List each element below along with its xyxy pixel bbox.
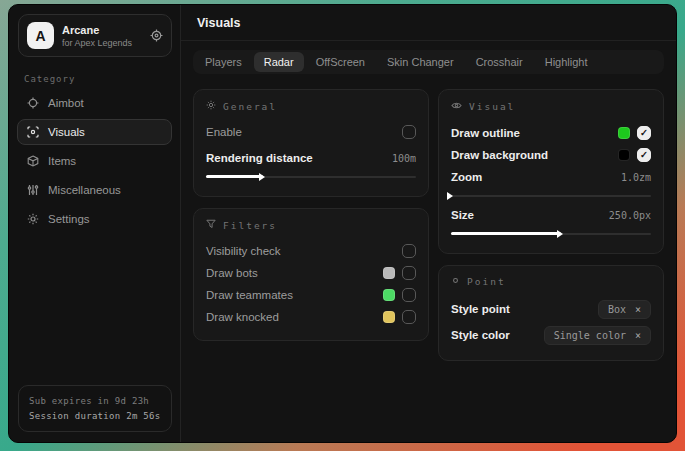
subscription-info: Sub expires in 9d 23h Session duration 2… xyxy=(18,385,172,432)
eye-icon xyxy=(451,100,462,113)
tab-offscreen[interactable]: OffScreen xyxy=(306,52,375,72)
filters-card: Filters Visibility check Draw bots xyxy=(193,208,429,341)
sidebar-item-aimbot[interactable]: Aimbot xyxy=(17,90,172,116)
point-card-title: Point xyxy=(467,276,506,287)
dot-icon xyxy=(451,276,460,287)
general-card-header: General xyxy=(206,100,416,112)
sub-expires-text: Sub expires in 9d 23h xyxy=(29,394,161,408)
draw-bots-checkbox[interactable] xyxy=(402,266,416,280)
visual-card: Visual Draw outline ✓ Draw background xyxy=(438,89,664,254)
tab-radar[interactable]: Radar xyxy=(254,52,304,72)
sidebar-item-miscellaneous[interactable]: Miscellaneous xyxy=(17,177,172,203)
slider-track xyxy=(451,195,651,197)
point-card: Point Style point Box × Style color Sing… xyxy=(438,265,664,361)
zoom-row: Zoom 1.0zm xyxy=(451,166,651,188)
close-icon[interactable]: × xyxy=(635,304,641,315)
draw-background-color-swatch[interactable] xyxy=(618,149,630,161)
slider-fill xyxy=(451,232,561,235)
tab-highlight[interactable]: Highlight xyxy=(535,52,598,72)
app-window: A Arcane for Apex Legends Category xyxy=(8,4,677,443)
funnel-icon xyxy=(206,219,216,231)
draw-outline-checkbox[interactable]: ✓ xyxy=(637,126,651,140)
crosshair-icon xyxy=(27,97,39,109)
gear-icon xyxy=(27,213,39,225)
draw-teammates-row: Draw teammates xyxy=(206,284,416,306)
tab-bar: Players Radar OffScreen Skin Changer Cro… xyxy=(193,50,664,74)
sidebar-item-items[interactable]: Items xyxy=(17,148,172,174)
tab-crosshair[interactable]: Crosshair xyxy=(466,52,533,72)
main-panel: Visuals Players Radar OffScreen Skin Cha… xyxy=(181,5,676,442)
app-name: Arcane xyxy=(62,24,142,36)
visual-card-title: Visual xyxy=(469,101,515,112)
right-column: Visual Draw outline ✓ Draw background xyxy=(438,89,664,361)
check-icon: ✓ xyxy=(640,128,648,138)
draw-teammates-checkbox[interactable] xyxy=(402,288,416,302)
rendering-distance-label: Rendering distance xyxy=(206,152,313,164)
sidebar-item-label: Aimbot xyxy=(48,97,84,109)
draw-background-label: Draw background xyxy=(451,149,548,161)
rendering-distance-value: 100m xyxy=(392,153,416,164)
visibility-check-label: Visibility check xyxy=(206,245,281,257)
draw-knocked-row: Draw knocked xyxy=(206,306,416,328)
enable-checkbox[interactable] xyxy=(402,125,416,139)
sidebar: A Arcane for Apex Legends Category xyxy=(9,5,181,442)
draw-bots-color-swatch[interactable] xyxy=(383,267,395,279)
slider-thumb[interactable] xyxy=(447,192,453,200)
rendering-distance-row: Rendering distance 100m xyxy=(206,147,416,169)
draw-teammates-label: Draw teammates xyxy=(206,289,293,301)
draw-teammates-color-swatch[interactable] xyxy=(383,289,395,301)
app-logo: A xyxy=(27,22,54,49)
rendering-distance-slider[interactable] xyxy=(206,172,416,182)
general-card-title: General xyxy=(223,101,277,112)
draw-background-checkbox[interactable]: ✓ xyxy=(637,148,651,162)
sidebar-category-label: Category xyxy=(24,74,180,84)
size-label: Size xyxy=(451,209,474,221)
box-icon xyxy=(27,155,39,167)
style-color-select[interactable]: Single color × xyxy=(544,326,651,345)
style-point-row: Style point Box × xyxy=(451,296,651,322)
style-color-value: Single color xyxy=(554,330,626,341)
visibility-check-checkbox[interactable] xyxy=(402,244,416,258)
filters-card-header: Filters xyxy=(206,219,416,231)
sliders-icon xyxy=(27,184,39,196)
check-icon: ✓ xyxy=(640,150,648,160)
gear-sun-icon xyxy=(206,100,216,112)
draw-bots-label: Draw bots xyxy=(206,267,258,279)
visual-card-header: Visual xyxy=(451,100,651,113)
draw-outline-label: Draw outline xyxy=(451,127,520,139)
draw-outline-color-swatch[interactable] xyxy=(618,127,630,139)
general-card: General Enable Rendering distance 100m xyxy=(193,89,429,197)
draw-knocked-checkbox[interactable] xyxy=(402,310,416,324)
style-color-row: Style color Single color × xyxy=(451,322,651,348)
main-header: Visuals xyxy=(181,5,676,41)
sidebar-item-settings[interactable]: Settings xyxy=(17,206,172,232)
draw-knocked-color-swatch[interactable] xyxy=(383,311,395,323)
style-color-label: Style color xyxy=(451,329,510,341)
tab-skin-changer[interactable]: Skin Changer xyxy=(377,52,464,72)
style-point-value: Box xyxy=(608,304,626,315)
visibility-check-row: Visibility check xyxy=(206,240,416,262)
crosshair-target-icon[interactable] xyxy=(150,29,163,42)
size-row: Size 250.0px xyxy=(451,204,651,226)
sidebar-item-label: Settings xyxy=(48,213,90,225)
left-column: General Enable Rendering distance 100m xyxy=(193,89,429,341)
zoom-label: Zoom xyxy=(451,171,482,183)
enable-row: Enable xyxy=(206,121,416,143)
close-icon[interactable]: × xyxy=(635,330,641,341)
draw-outline-row: Draw outline ✓ xyxy=(451,122,651,144)
tab-players[interactable]: Players xyxy=(195,52,252,72)
slider-thumb[interactable] xyxy=(259,173,265,181)
style-point-label: Style point xyxy=(451,303,510,315)
sidebar-item-label: Items xyxy=(48,155,76,167)
sidebar-nav: Aimbot Visuals Items xyxy=(9,90,180,232)
draw-background-row: Draw background ✓ xyxy=(451,144,651,166)
size-value: 250.0px xyxy=(609,210,651,221)
draw-bots-row: Draw bots xyxy=(206,262,416,284)
style-point-select[interactable]: Box × xyxy=(598,300,651,319)
app-header-card: A Arcane for Apex Legends xyxy=(18,14,172,57)
zoom-slider[interactable] xyxy=(451,191,651,201)
slider-thumb[interactable] xyxy=(557,230,563,238)
page-title: Visuals xyxy=(197,16,660,30)
size-slider[interactable] xyxy=(451,229,651,239)
sidebar-item-visuals[interactable]: Visuals xyxy=(17,119,172,145)
